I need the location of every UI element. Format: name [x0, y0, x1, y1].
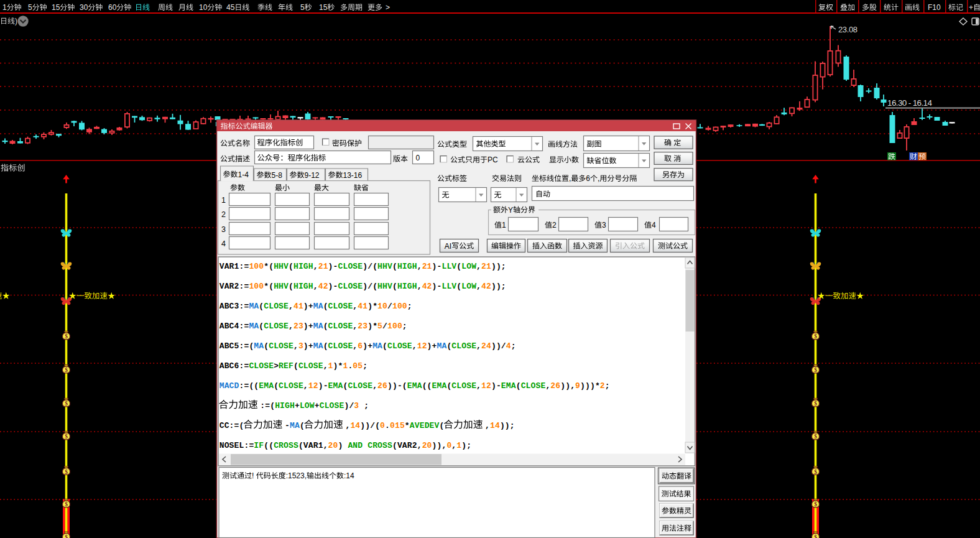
svg-text:IF: IF: [254, 441, 264, 450]
svg-text:>: >: [386, 3, 390, 12]
svg-text:,: ,: [441, 441, 446, 450]
svg-text:): ): [491, 341, 496, 351]
svg-text:): ): [590, 381, 595, 391]
svg-text:1: 1: [343, 361, 348, 371]
svg-text:(: (: [392, 282, 397, 291]
svg-text:CLOSE: CLOSE: [298, 361, 323, 371]
svg-text:LOW: LOW: [461, 262, 476, 271]
svg-text:(: (: [249, 341, 254, 351]
svg-text:*: *: [338, 361, 343, 371]
svg-text:,: ,: [323, 361, 328, 371]
svg-text:MA: MA: [290, 421, 300, 430]
svg-text::: :: [244, 441, 249, 450]
svg-text:20: 20: [422, 441, 432, 450]
svg-text:(: (: [427, 381, 432, 391]
svg-text:45: 45: [226, 3, 235, 12]
svg-text:MA: MA: [313, 302, 323, 311]
svg-text:): ): [338, 441, 343, 450]
svg-text:4: 4: [652, 221, 656, 230]
svg-text:;: ;: [407, 302, 412, 311]
svg-text:9-12: 9-12: [305, 171, 320, 180]
svg-text:0: 0: [416, 154, 420, 162]
svg-text:(: (: [323, 341, 328, 351]
svg-text:AVEDEV: AVEDEV: [410, 421, 440, 430]
svg-text:CLOSE: CLOSE: [521, 381, 546, 391]
svg-text:(: (: [259, 322, 264, 331]
svg-text:LOW: LOW: [300, 401, 315, 410]
svg-text:CROSS: CROSS: [368, 441, 392, 450]
svg-text:23: 23: [294, 322, 303, 331]
svg-text:,: ,: [323, 441, 328, 450]
svg-text:ABC6: ABC6: [220, 361, 239, 371]
svg-text:42: 42: [481, 282, 491, 291]
svg-text:=: =: [244, 282, 249, 291]
svg-text:2: 2: [221, 210, 226, 219]
svg-text:): ): [360, 421, 365, 430]
svg-text:): ): [496, 282, 501, 291]
svg-text:/: /: [387, 302, 392, 311]
svg-text:24: 24: [481, 341, 491, 351]
svg-text:+: +: [308, 302, 313, 311]
svg-text:*: *: [264, 282, 269, 291]
svg-text:(: (: [422, 381, 427, 391]
svg-text:+: +: [432, 341, 437, 351]
svg-text:10: 10: [199, 3, 208, 12]
svg-text:12: 12: [417, 341, 427, 351]
svg-text:/: /: [370, 421, 375, 430]
svg-text:EMA: EMA: [328, 381, 343, 391]
svg-text:-: -: [437, 282, 442, 291]
svg-text:HIGH: HIGH: [294, 262, 313, 271]
svg-text:0: 0: [380, 421, 385, 430]
svg-text:23: 23: [358, 322, 368, 331]
svg-text:): ): [505, 421, 510, 430]
svg-text:=: =: [244, 361, 249, 371]
svg-text:CROSS: CROSS: [274, 441, 298, 450]
svg-text:): ): [437, 441, 442, 450]
svg-text:LLV: LLV: [441, 262, 456, 271]
svg-text:60: 60: [108, 3, 117, 12]
svg-text:.: .: [385, 421, 390, 430]
svg-text:(: (: [269, 262, 274, 271]
svg-text:/: /: [368, 262, 372, 271]
svg-text:16.30 - 16.14: 16.30 - 16.14: [887, 98, 932, 108]
svg-text:): ): [328, 282, 333, 291]
svg-text:,: ,: [353, 322, 358, 331]
svg-text:(: (: [289, 262, 294, 271]
svg-text:=: =: [244, 322, 249, 331]
svg-text:CLOSE: CLOSE: [328, 341, 353, 351]
svg-text:;: ;: [364, 401, 369, 410]
svg-text:): ): [363, 341, 368, 351]
svg-text:EMA: EMA: [259, 381, 274, 391]
svg-text:): ): [496, 262, 501, 271]
svg-text:CLOSE: CLOSE: [264, 302, 289, 311]
svg-text:100: 100: [249, 282, 264, 291]
svg-text:*: *: [264, 262, 269, 271]
svg-text:CLOSE: CLOSE: [451, 381, 476, 391]
svg-text:(: (: [456, 262, 461, 271]
svg-text:=: =: [244, 381, 249, 391]
svg-text:(: (: [402, 381, 407, 391]
svg-text:*: *: [372, 322, 377, 331]
svg-text:MACD: MACD: [220, 381, 239, 391]
svg-text:HIGH: HIGH: [397, 262, 417, 271]
svg-text:3: 3: [602, 221, 606, 230]
svg-text:;: ;: [605, 381, 610, 391]
svg-text:): ): [432, 262, 437, 271]
svg-text:): ): [318, 381, 323, 391]
svg-text:): ): [585, 381, 590, 391]
svg-text:;: ;: [363, 361, 368, 371]
svg-text:): ): [368, 322, 372, 331]
svg-text:,: ,: [417, 262, 422, 271]
svg-text:,: ,: [303, 381, 308, 391]
svg-text:CC: CC: [220, 421, 229, 430]
svg-text:(: (: [294, 361, 298, 371]
svg-text:): ): [491, 381, 496, 391]
svg-text:): ): [333, 361, 338, 371]
svg-text:): ): [365, 421, 370, 430]
svg-text:CLOSE: CLOSE: [328, 302, 353, 311]
svg-text:(: (: [249, 381, 254, 391]
svg-text:1: 1: [502, 221, 506, 230]
svg-text:): ): [363, 262, 368, 271]
svg-text:EMA: EMA: [432, 381, 447, 391]
svg-text:0: 0: [446, 441, 451, 450]
